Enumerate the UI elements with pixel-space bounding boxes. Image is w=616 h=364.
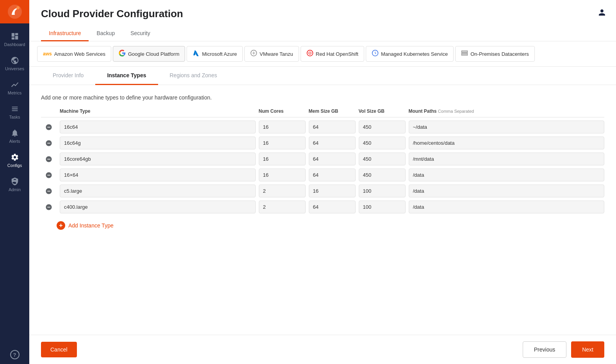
machine-type-input[interactable]	[60, 121, 256, 133]
table-row	[41, 119, 604, 135]
sidebar-logo[interactable]	[0, 0, 29, 23]
sidebar-label-tasks: Tasks	[9, 115, 20, 119]
table-header: Machine Type Num Cores Mem Size GB Vol S…	[41, 108, 604, 117]
sidebar-item-configs[interactable]: Configs	[0, 148, 29, 172]
main-content: Cloud Provider Configuration Infrastruct…	[29, 0, 616, 364]
sidebar-label-admin: Admin	[9, 187, 21, 192]
mem-size-input[interactable]	[309, 153, 356, 165]
user-icon[interactable]	[597, 8, 607, 19]
content-area: Add one or more machine types to define …	[29, 85, 616, 335]
vol-size-input[interactable]	[359, 137, 406, 149]
tab-infrastructure[interactable]: Infrastructure	[41, 26, 89, 41]
top-tabs: Infrastructure Backup Security	[41, 26, 604, 41]
machine-type-input[interactable]	[60, 201, 256, 213]
mount-paths-input[interactable]	[409, 137, 605, 149]
sidebar-label-alerts: Alerts	[9, 139, 20, 144]
help-button[interactable]: ?	[0, 345, 29, 364]
sidebar-item-alerts[interactable]: Alerts	[0, 124, 29, 148]
mem-size-input[interactable]	[309, 201, 356, 213]
tab-security[interactable]: Security	[123, 26, 158, 41]
remove-row-button[interactable]	[41, 124, 57, 131]
vol-size-input[interactable]	[359, 153, 406, 165]
num-cores-input[interactable]	[259, 201, 306, 213]
mem-size-input[interactable]	[309, 121, 356, 133]
footer-right: Previous Next	[523, 341, 604, 358]
machine-type-input[interactable]	[60, 153, 256, 165]
remove-row-button[interactable]	[41, 172, 57, 179]
table-row	[41, 183, 604, 199]
openshift-icon	[306, 50, 313, 58]
provider-tab-aws[interactable]: aws Amazon Web Services	[37, 46, 111, 62]
provider-tab-gcp[interactable]: Google Cloud Platform	[113, 46, 185, 62]
provider-tab-vmware[interactable]: VMware Tanzu	[244, 46, 299, 62]
previous-button[interactable]: Previous	[523, 341, 566, 358]
azure-icon	[192, 50, 199, 58]
tab-backup[interactable]: Backup	[89, 26, 123, 41]
vol-size-input[interactable]	[359, 201, 406, 213]
sub-tab-instance-types[interactable]: Instance Types	[95, 67, 158, 85]
col-mem-size: Mem Size GB	[309, 108, 356, 114]
mount-paths-input[interactable]	[409, 201, 605, 213]
sidebar-item-metrics[interactable]: Metrics	[0, 76, 29, 100]
mount-paths-input[interactable]	[409, 121, 605, 133]
svg-rect-7	[462, 54, 468, 55]
sidebar-item-admin[interactable]: Admin	[0, 172, 29, 197]
provider-label-k8s: Managed Kubernetes Service	[381, 51, 448, 57]
page-title: Cloud Provider Configuration	[41, 8, 604, 20]
num-cores-input[interactable]	[259, 185, 306, 197]
instance-table: Machine Type Num Cores Mem Size GB Vol S…	[41, 108, 604, 230]
col-vol-size: Vol Size GB	[359, 108, 406, 114]
provider-bar: aws Amazon Web Services Google Cloud Pla…	[29, 41, 616, 67]
aws-icon: aws	[43, 51, 52, 57]
cancel-button[interactable]: Cancel	[41, 342, 77, 357]
remove-row-button[interactable]	[41, 140, 57, 147]
provider-label-azure: Microsoft Azure	[202, 51, 237, 57]
provider-label-aws: Amazon Web Services	[54, 51, 105, 57]
machine-type-input[interactable]	[60, 185, 256, 197]
sidebar-item-tasks[interactable]: Tasks	[0, 100, 29, 124]
sub-tab-regions-zones[interactable]: Regions and Zones	[158, 67, 229, 85]
add-instance-row[interactable]: + Add Instance Type	[41, 221, 604, 230]
remove-row-button[interactable]	[41, 156, 57, 163]
sidebar-item-universes[interactable]: Universes	[0, 51, 29, 76]
provider-tab-azure[interactable]: Microsoft Azure	[187, 46, 243, 62]
provider-tab-k8s[interactable]: Managed Kubernetes Service	[366, 46, 454, 62]
gcp-icon	[119, 50, 126, 58]
col-mount-paths: Mount Paths Comma Separated	[409, 108, 605, 114]
provider-tab-onprem[interactable]: On-Premises Datacenters	[455, 46, 535, 62]
mount-paths-input[interactable]	[409, 169, 605, 181]
mount-paths-input[interactable]	[409, 153, 605, 165]
sidebar: Dashboard Universes Metrics Tasks Alerts…	[0, 0, 29, 364]
table-row	[41, 151, 604, 167]
k8s-icon	[372, 50, 379, 58]
sidebar-item-dashboard[interactable]: Dashboard	[0, 27, 29, 51]
mem-size-input[interactable]	[309, 137, 356, 149]
num-cores-input[interactable]	[259, 137, 306, 149]
mount-paths-input[interactable]	[409, 185, 605, 197]
machine-type-input[interactable]	[60, 169, 256, 181]
num-cores-input[interactable]	[259, 153, 306, 165]
num-cores-input[interactable]	[259, 169, 306, 181]
mem-size-input[interactable]	[309, 185, 356, 197]
table-rows	[41, 119, 604, 215]
machine-type-input[interactable]	[60, 137, 256, 149]
vol-size-input[interactable]	[359, 169, 406, 181]
provider-label-gcp: Google Cloud Platform	[128, 51, 180, 57]
vol-size-input[interactable]	[359, 121, 406, 133]
num-cores-input[interactable]	[259, 121, 306, 133]
description: Add one or more machine types to define …	[41, 94, 604, 101]
next-button[interactable]: Next	[571, 341, 604, 358]
remove-row-button[interactable]	[41, 188, 57, 195]
onprem-icon	[461, 50, 468, 58]
mem-size-input[interactable]	[309, 169, 356, 181]
remove-row-button[interactable]	[41, 204, 57, 211]
vol-size-input[interactable]	[359, 185, 406, 197]
sidebar-label-configs: Configs	[7, 163, 22, 168]
sub-tab-provider-info[interactable]: Provider Info	[41, 67, 95, 85]
provider-tab-openshift[interactable]: Red Hat OpenShift	[301, 46, 364, 62]
help-icon: ?	[10, 350, 20, 359]
add-instance-label: Add Instance Type	[68, 222, 114, 229]
svg-rect-6	[462, 53, 468, 54]
footer: Cancel Previous Next	[29, 335, 616, 364]
top-header: Cloud Provider Configuration Infrastruct…	[29, 0, 616, 41]
